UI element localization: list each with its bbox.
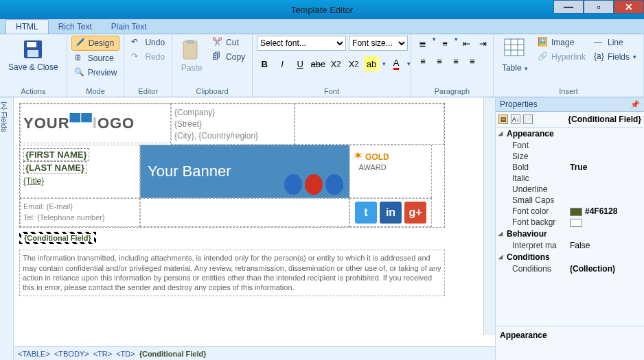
address-cell[interactable]: {Company} {Street} {City}, {Country/regi…: [171, 104, 295, 145]
prop-bold[interactable]: Bold: [512, 163, 570, 172]
subscript-button[interactable]: X2: [328, 56, 343, 71]
social-cell[interactable]: t in g+: [349, 198, 432, 227]
disclaimer-text[interactable]: The information transmitted, including a…: [19, 250, 445, 296]
prop-fontbg[interactable]: Font backgr: [512, 217, 570, 227]
maximize-button[interactable]: ▫: [584, 0, 614, 14]
prop-conditions-value[interactable]: (Collection): [570, 264, 644, 274]
city-field[interactable]: {City}: [174, 131, 194, 141]
copy-button[interactable]: 🗐 Copy: [209, 50, 248, 64]
preview-mode-button[interactable]: 🔍 Preview: [71, 66, 120, 80]
logo-cell[interactable]: YOUR▀▀lOGO: [20, 104, 171, 143]
insert-fields-button[interactable]: {a} Fields ▾: [591, 50, 639, 64]
save-close-button[interactable]: Save & Close: [4, 36, 62, 75]
prop-interpret-value[interactable]: False: [570, 241, 644, 250]
category-conditions[interactable]: Conditions: [496, 251, 644, 263]
font-color-button[interactable]: A: [389, 56, 404, 71]
redo-button[interactable]: ↷ Redo: [128, 50, 168, 64]
title-field[interactable]: {Title}: [23, 176, 44, 186]
properties-header[interactable]: Properties 📌: [496, 97, 644, 112]
email-field[interactable]: {E-mail}: [47, 202, 73, 211]
breadcrumb-selection[interactable]: {Conditional Field}: [139, 350, 207, 358]
prop-underline[interactable]: Underline: [512, 184, 570, 194]
property-pages-button[interactable]: 📄: [523, 115, 533, 124]
contact-cell[interactable]: Email: {E-mail} Tel: {Telephone number}: [20, 198, 140, 227]
twitter-icon[interactable]: t: [355, 202, 377, 224]
name-cell[interactable]: {FIRST NAME} {LAST NAME} {Title}: [20, 145, 140, 198]
paste-button[interactable]: Paste: [176, 36, 207, 75]
bullets-dropdown[interactable]: ▾: [433, 36, 436, 51]
country-field[interactable]: {Country/region}: [198, 131, 258, 141]
vertical-scrollbar[interactable]: [483, 97, 495, 335]
lastname-field[interactable]: {LAST NAME}: [23, 161, 87, 174]
close-button[interactable]: ✕: [614, 0, 644, 14]
company-field[interactable]: {Company}: [174, 107, 291, 119]
prop-font[interactable]: Font: [512, 141, 570, 150]
fields-sidebar-tab[interactable]: {A} Fields: [0, 97, 14, 360]
prop-conditions[interactable]: Conditions: [512, 264, 570, 274]
design-canvas[interactable]: YOUR▀▀lOGO {Company} {Street} {City}, {C…: [14, 97, 495, 346]
award-cell[interactable]: ✶ GOLD AWARD: [349, 145, 432, 198]
conditional-field-selected[interactable]: {Conditional Field}: [19, 232, 96, 244]
group-insert-label: Insert: [498, 86, 639, 97]
firstname-field[interactable]: {FIRST NAME}: [23, 148, 89, 161]
tab-plaintext[interactable]: Plain Text: [102, 20, 157, 34]
canvas-wrap: YOUR▀▀lOGO {Company} {Street} {City}, {C…: [14, 97, 496, 360]
align-right-button[interactable]: ≡: [448, 53, 463, 69]
minimize-button[interactable]: —: [553, 0, 584, 14]
linkedin-icon[interactable]: in: [380, 202, 402, 224]
street-field[interactable]: {Street}: [174, 119, 291, 130]
telephone-field[interactable]: {Telephone number}: [37, 213, 104, 221]
indent-button[interactable]: ⇥: [476, 36, 491, 51]
tab-richtext[interactable]: Rich Text: [49, 20, 102, 34]
breadcrumb-tbody[interactable]: <TBODY>: [54, 350, 89, 358]
undo-button[interactable]: ↶ Undo: [128, 36, 168, 49]
properties-grid[interactable]: Appearance Font Size BoldTrue Italic Und…: [496, 128, 644, 326]
font-size-select[interactable]: Font size...: [349, 36, 408, 51]
design-mode-button[interactable]: 🖊️ Design: [71, 36, 120, 51]
superscript-button[interactable]: X2: [346, 56, 361, 71]
align-justify-button[interactable]: ≡: [465, 53, 480, 69]
outdent-button[interactable]: ⇤: [459, 36, 474, 51]
breadcrumb-td[interactable]: <TD>: [116, 350, 135, 358]
template-table[interactable]: YOUR▀▀lOGO {Company} {Street} {City}, {C…: [19, 103, 445, 228]
underline-button[interactable]: U: [292, 56, 308, 71]
insert-image-button[interactable]: 🖼️ Image: [535, 36, 588, 49]
properties-toolbar: ▤ A↓ 📄 {Conditional Field}: [496, 112, 644, 128]
banner-cell[interactable]: Your Banner: [140, 145, 349, 198]
prop-interpret[interactable]: Interpret ma: [512, 241, 570, 250]
breadcrumb-table[interactable]: <TABLE>: [18, 350, 50, 358]
align-center-button[interactable]: ≡: [432, 53, 447, 69]
cut-button[interactable]: ✂️ Cut: [209, 36, 248, 49]
prop-size[interactable]: Size: [512, 152, 570, 161]
prop-italic[interactable]: Italic: [512, 173, 570, 183]
prop-fontcolor[interactable]: Font color: [512, 206, 570, 216]
highlight-button[interactable]: ab: [364, 56, 379, 71]
pin-icon[interactable]: 📌: [630, 100, 640, 109]
insert-line-button[interactable]: — Line: [591, 36, 639, 49]
highlight-dropdown[interactable]: ▾: [382, 60, 386, 67]
bold-button[interactable]: B: [257, 56, 272, 71]
alphabetical-view-button[interactable]: A↓: [511, 115, 520, 124]
strike-button[interactable]: abc: [310, 56, 325, 71]
insert-hyperlink-button[interactable]: 🔗 Hyperlink: [535, 50, 588, 64]
prop-smallcaps[interactable]: Small Caps: [512, 195, 570, 205]
tab-html[interactable]: HTML: [5, 19, 49, 34]
numbering-dropdown[interactable]: ▾: [455, 36, 458, 51]
spacer-cell[interactable]: [140, 198, 349, 227]
align-left-button[interactable]: ≡: [415, 53, 430, 69]
numbering-button[interactable]: ≡: [437, 36, 452, 51]
font-color-dropdown[interactable]: ▾: [407, 60, 411, 67]
award-text: AWARD: [359, 163, 387, 171]
category-behaviour[interactable]: Behaviour: [496, 228, 644, 240]
empty-cell[interactable]: [295, 104, 444, 145]
googleplus-icon[interactable]: g+: [404, 202, 426, 224]
bullets-button[interactable]: ≣: [415, 36, 430, 51]
insert-table-button[interactable]: Table ▾: [498, 36, 532, 75]
italic-button[interactable]: I: [275, 56, 290, 71]
source-mode-button[interactable]: 🗎 Source: [71, 51, 120, 65]
prop-bold-value[interactable]: True: [570, 163, 644, 172]
categorized-view-button[interactable]: ▤: [498, 115, 508, 124]
category-appearance[interactable]: Appearance: [496, 128, 644, 140]
breadcrumb-tr[interactable]: <TR>: [93, 350, 113, 358]
font-family-select[interactable]: Select font...: [257, 36, 346, 51]
